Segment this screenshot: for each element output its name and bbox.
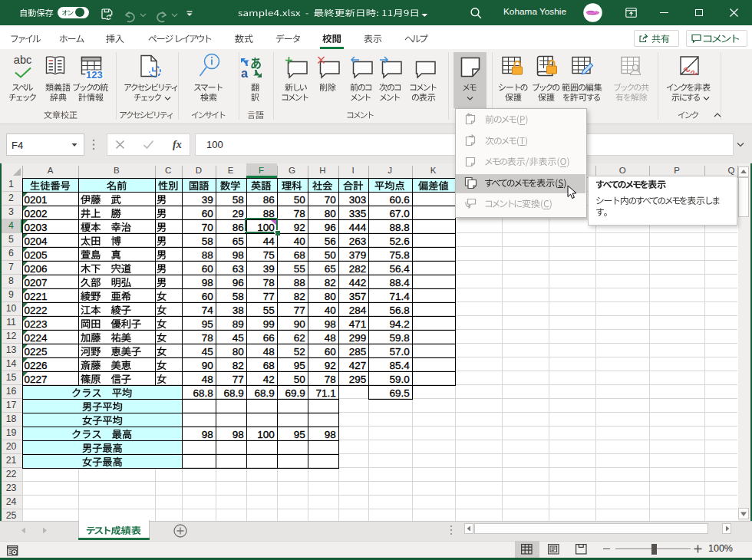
svg-text:fx: fx (173, 139, 182, 150)
